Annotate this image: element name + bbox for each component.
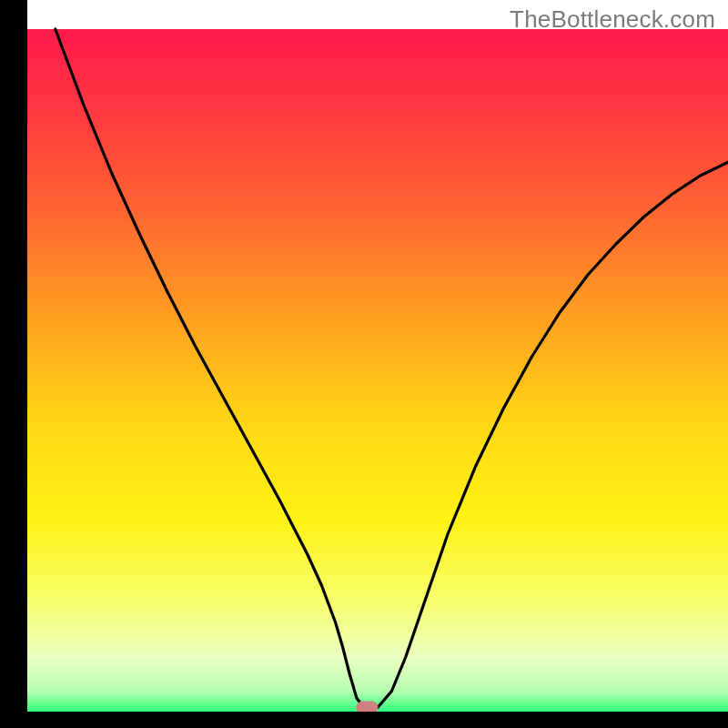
watermark-label: TheBottleneck.com xyxy=(510,5,715,34)
gradient-background xyxy=(27,29,728,712)
frame-bottom xyxy=(0,712,728,728)
chart-container: TheBottleneck.com xyxy=(0,0,728,728)
bottleneck-chart xyxy=(0,0,728,728)
frame-left xyxy=(0,0,27,728)
